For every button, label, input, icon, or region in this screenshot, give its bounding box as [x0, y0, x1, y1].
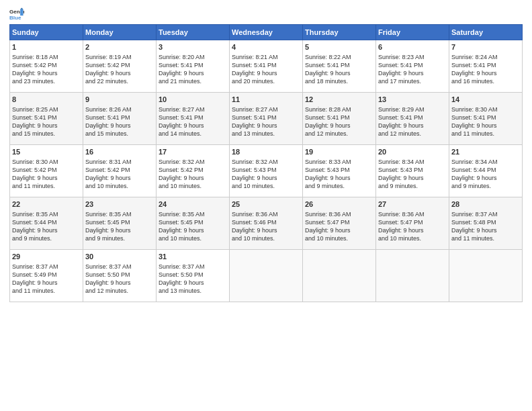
day-info-line: Daylight: 9 hours — [305, 174, 373, 182]
day-info-line: Sunrise: 8:37 AM — [12, 263, 81, 271]
day-info-line: and 14 minutes. — [159, 130, 227, 138]
day-number: 8 — [12, 95, 81, 105]
day-info-line: and 9 minutes. — [378, 182, 447, 190]
day-info-line: Sunset: 5:43 PM — [305, 166, 373, 174]
day-info-line: Sunset: 5:43 PM — [378, 166, 447, 174]
day-info-line: Daylight: 9 hours — [85, 279, 154, 287]
day-number: 2 — [85, 42, 154, 52]
day-info-line: Sunset: 5:44 PM — [12, 218, 81, 226]
svg-marker-2 — [20, 9, 23, 16]
day-number: 11 — [232, 95, 300, 105]
calendar-cell: 6Sunrise: 8:23 AMSunset: 5:41 PMDaylight… — [376, 40, 449, 93]
day-info-line: Sunrise: 8:20 AM — [159, 53, 227, 61]
day-info-line: and 11 minutes. — [12, 182, 81, 190]
day-info-line: Daylight: 9 hours — [85, 174, 154, 182]
day-info-line: Daylight: 9 hours — [232, 174, 300, 182]
calendar-cell: 1Sunrise: 8:18 AMSunset: 5:42 PMDaylight… — [10, 40, 83, 93]
day-number: 12 — [305, 95, 373, 105]
week-row-3: 15Sunrise: 8:30 AMSunset: 5:42 PMDayligh… — [10, 145, 523, 197]
day-info-line: Sunset: 5:45 PM — [159, 218, 227, 226]
day-info-line: Sunrise: 8:30 AM — [12, 158, 81, 166]
day-info-line: and 9 minutes. — [85, 234, 154, 242]
day-info-line: and 15 minutes. — [85, 130, 154, 138]
day-info-line: and 13 minutes. — [159, 287, 227, 295]
day-info-line: Sunrise: 8:29 AM — [378, 105, 447, 113]
day-number: 13 — [378, 95, 447, 105]
day-number: 22 — [12, 199, 81, 210]
day-info-line: Sunset: 5:41 PM — [85, 113, 154, 122]
week-row-1: 1Sunrise: 8:18 AMSunset: 5:42 PMDaylight… — [10, 40, 523, 93]
calendar-cell: 18Sunrise: 8:32 AMSunset: 5:43 PMDayligh… — [230, 145, 303, 197]
day-info-line: Sunrise: 8:26 AM — [85, 105, 154, 113]
day-info-line: and 21 minutes. — [159, 77, 227, 85]
day-info-line: and 17 minutes. — [378, 77, 447, 85]
logo-icon: General Blue — [9, 7, 24, 21]
calendar-cell: 15Sunrise: 8:30 AMSunset: 5:42 PMDayligh… — [10, 145, 83, 197]
weekday-header-wednesday: Wednesday — [230, 25, 303, 40]
calendar-cell: 5Sunrise: 8:22 AMSunset: 5:41 PMDaylight… — [303, 40, 376, 93]
day-number: 19 — [305, 147, 373, 157]
weekday-header-row: SundayMondayTuesdayWednesdayThursdayFrid… — [10, 25, 523, 40]
header: General Blue — [9, 7, 523, 21]
day-info-line: Sunrise: 8:34 AM — [451, 158, 520, 166]
day-info-line: Sunset: 5:41 PM — [451, 61, 520, 69]
day-number: 20 — [378, 147, 447, 157]
day-info-line: Sunrise: 8:23 AM — [378, 53, 447, 61]
day-number: 29 — [12, 252, 81, 262]
day-info-line: Daylight: 9 hours — [451, 69, 520, 77]
day-info-line: and 20 minutes. — [232, 77, 300, 85]
weekday-header-sunday: Sunday — [10, 25, 83, 40]
day-info-line: Daylight: 9 hours — [159, 69, 227, 77]
day-info-line: and 10 minutes. — [378, 234, 447, 242]
calendar-cell — [449, 250, 523, 302]
day-info-line: and 10 minutes. — [159, 182, 227, 190]
day-info-line: Daylight: 9 hours — [85, 69, 154, 77]
day-info-line: Daylight: 9 hours — [305, 122, 373, 130]
day-info-line: Sunset: 5:44 PM — [451, 166, 520, 174]
day-info-line: Sunset: 5:43 PM — [232, 166, 300, 174]
day-info-line: Sunrise: 8:35 AM — [159, 210, 227, 218]
day-info-line: Sunrise: 8:27 AM — [232, 105, 300, 113]
day-info-line: Daylight: 9 hours — [232, 122, 300, 130]
day-info-line: Sunrise: 8:30 AM — [451, 105, 520, 113]
day-info-line: Sunrise: 8:33 AM — [305, 158, 373, 166]
day-info-line: and 10 minutes. — [232, 234, 300, 242]
day-number: 5 — [305, 42, 373, 52]
day-info-line: Sunset: 5:42 PM — [12, 166, 81, 174]
day-info-line: Daylight: 9 hours — [378, 174, 447, 182]
day-info-line: and 22 minutes. — [85, 77, 154, 85]
day-info-line: Sunset: 5:47 PM — [378, 218, 447, 226]
day-number: 3 — [159, 42, 227, 52]
day-info-line: Sunset: 5:41 PM — [232, 61, 300, 69]
calendar-cell: 28Sunrise: 8:37 AMSunset: 5:48 PMDayligh… — [449, 197, 523, 250]
day-info-line: and 11 minutes. — [451, 130, 520, 138]
day-info-line: Daylight: 9 hours — [159, 226, 227, 234]
day-info-line: Sunset: 5:42 PM — [12, 61, 81, 69]
day-number: 30 — [85, 252, 154, 262]
calendar-table: SundayMondayTuesdayWednesdayThursdayFrid… — [9, 24, 523, 302]
day-info-line: Sunset: 5:42 PM — [85, 61, 154, 69]
calendar-cell: 3Sunrise: 8:20 AMSunset: 5:41 PMDaylight… — [157, 40, 230, 93]
day-info-line: Daylight: 9 hours — [12, 122, 81, 130]
day-number: 9 — [85, 95, 154, 105]
calendar-cell: 23Sunrise: 8:35 AMSunset: 5:45 PMDayligh… — [83, 197, 157, 250]
day-info-line: Sunrise: 8:25 AM — [12, 105, 81, 113]
weekday-header-tuesday: Tuesday — [157, 25, 230, 40]
calendar-cell: 20Sunrise: 8:34 AMSunset: 5:43 PMDayligh… — [376, 145, 449, 197]
weekday-header-friday: Friday — [376, 25, 449, 40]
day-info-line: Daylight: 9 hours — [12, 226, 81, 234]
day-info-line: and 9 minutes. — [12, 234, 81, 242]
day-info-line: and 11 minutes. — [12, 287, 81, 295]
calendar-cell: 17Sunrise: 8:32 AMSunset: 5:42 PMDayligh… — [157, 145, 230, 197]
day-info-line: Sunset: 5:45 PM — [85, 218, 154, 226]
day-number: 17 — [159, 147, 227, 157]
day-info-line: Sunset: 5:49 PM — [12, 271, 81, 279]
calendar-cell: 22Sunrise: 8:35 AMSunset: 5:44 PMDayligh… — [10, 197, 83, 250]
day-number: 1 — [12, 42, 81, 52]
day-number: 6 — [378, 42, 447, 52]
day-number: 21 — [451, 147, 520, 157]
day-info-line: Sunrise: 8:18 AM — [12, 53, 81, 61]
week-row-2: 8Sunrise: 8:25 AMSunset: 5:41 PMDaylight… — [10, 93, 523, 145]
calendar-cell: 19Sunrise: 8:33 AMSunset: 5:43 PMDayligh… — [303, 145, 376, 197]
calendar-cell: 7Sunrise: 8:24 AMSunset: 5:41 PMDaylight… — [449, 40, 523, 93]
